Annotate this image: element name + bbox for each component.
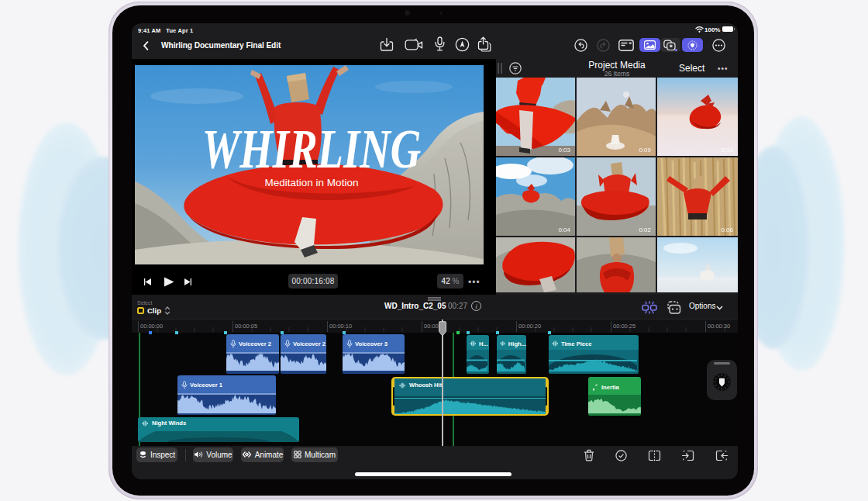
svg-text:Meditation in Motion: Meditation in Motion bbox=[265, 177, 359, 188]
svg-text:0:04: 0:04 bbox=[558, 226, 570, 233]
svg-text:WHIRLING: WHIRLING bbox=[202, 118, 422, 180]
svg-text:0:10: 0:10 bbox=[721, 147, 733, 154]
svg-text:0:03: 0:03 bbox=[558, 147, 570, 154]
svg-text:0:02: 0:02 bbox=[639, 226, 651, 233]
svg-text:0:06: 0:06 bbox=[721, 226, 733, 233]
svg-text:0:09: 0:09 bbox=[639, 147, 651, 154]
